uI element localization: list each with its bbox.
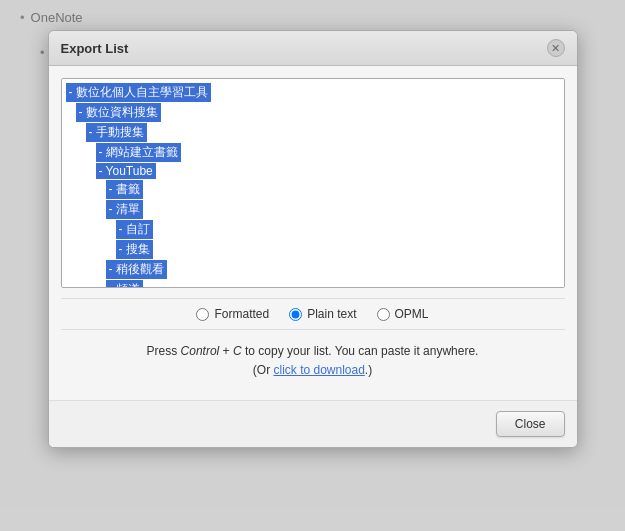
list-row: - 網站建立書籤 — [66, 143, 560, 163]
radio-formatted[interactable] — [196, 308, 209, 321]
dialog-body: - 數位化個人自主學習工具 - 數位資料搜集 - 手動搜集 - 網站建立書籤 -… — [49, 66, 577, 400]
list-item: - YouTube — [96, 163, 156, 179]
list-item: - 數位資料搜集 — [76, 103, 161, 122]
dialog-close-x-button[interactable]: ✕ — [547, 39, 565, 57]
export-list-box[interactable]: - 數位化個人自主學習工具 - 數位資料搜集 - 手動搜集 - 網站建立書籤 -… — [61, 78, 565, 288]
instructions-c-key: C — [233, 344, 242, 358]
list-item: - 自訂 — [116, 220, 153, 239]
radio-opml-label[interactable]: OPML — [377, 307, 429, 321]
instructions-close-paren: .) — [365, 363, 372, 377]
radio-formatted-text: Formatted — [214, 307, 269, 321]
list-row: - 稍後觀看 — [66, 260, 560, 280]
list-item: - 搜集 — [116, 240, 153, 259]
dialog-title: Export List — [61, 41, 129, 56]
download-link[interactable]: click to download — [273, 363, 364, 377]
list-row: - 手動搜集 — [66, 123, 560, 143]
list-item: - 頻道 — [106, 280, 143, 288]
instructions-plus: + — [219, 344, 233, 358]
list-row: - 清單 — [66, 200, 560, 220]
list-row: - 書籤 — [66, 180, 560, 200]
list-item: - 數位化個人自主學習工具 — [66, 83, 211, 102]
dialog-footer: Close — [49, 400, 577, 447]
instructions-press: Press — [147, 344, 181, 358]
radio-opml[interactable] — [377, 308, 390, 321]
instructions: Press Control + C to copy your list. You… — [61, 342, 565, 380]
list-row: - 數位資料搜集 — [66, 103, 560, 123]
radio-plaintext-text: Plain text — [307, 307, 356, 321]
list-item: - 稍後觀看 — [106, 260, 167, 279]
list-item: - 清單 — [106, 200, 143, 219]
instructions-or: (Or — [253, 363, 274, 377]
list-item: - 書籤 — [106, 180, 143, 199]
close-x-icon: ✕ — [551, 42, 560, 55]
instructions-line1: Press Control + C to copy your list. You… — [61, 342, 565, 361]
instructions-ctrl: Control — [181, 344, 220, 358]
modal-overlay: Export List ✕ - 數位化個人自主學習工具 - 數位資料搜集 - 手… — [0, 0, 625, 531]
radio-plaintext-label[interactable]: Plain text — [289, 307, 356, 321]
list-item: - 手動搜集 — [86, 123, 147, 142]
radio-opml-text: OPML — [395, 307, 429, 321]
list-row: - YouTube — [66, 163, 560, 180]
radio-plaintext[interactable] — [289, 308, 302, 321]
list-item: - 網站建立書籤 — [96, 143, 181, 162]
list-row: - 頻道 — [66, 280, 560, 288]
list-row: - 數位化個人自主學習工具 — [66, 83, 560, 103]
dialog-titlebar: Export List ✕ — [49, 31, 577, 66]
instructions-suffix: to copy your list. You can paste it anyw… — [242, 344, 479, 358]
list-row: - 搜集 — [66, 240, 560, 260]
radio-formatted-label[interactable]: Formatted — [196, 307, 269, 321]
instructions-line2: (Or click to download.) — [61, 361, 565, 380]
close-button[interactable]: Close — [496, 411, 565, 437]
export-dialog: Export List ✕ - 數位化個人自主學習工具 - 數位資料搜集 - 手… — [48, 30, 578, 448]
format-radio-group: Formatted Plain text OPML — [61, 298, 565, 330]
list-row: - 自訂 — [66, 220, 560, 240]
